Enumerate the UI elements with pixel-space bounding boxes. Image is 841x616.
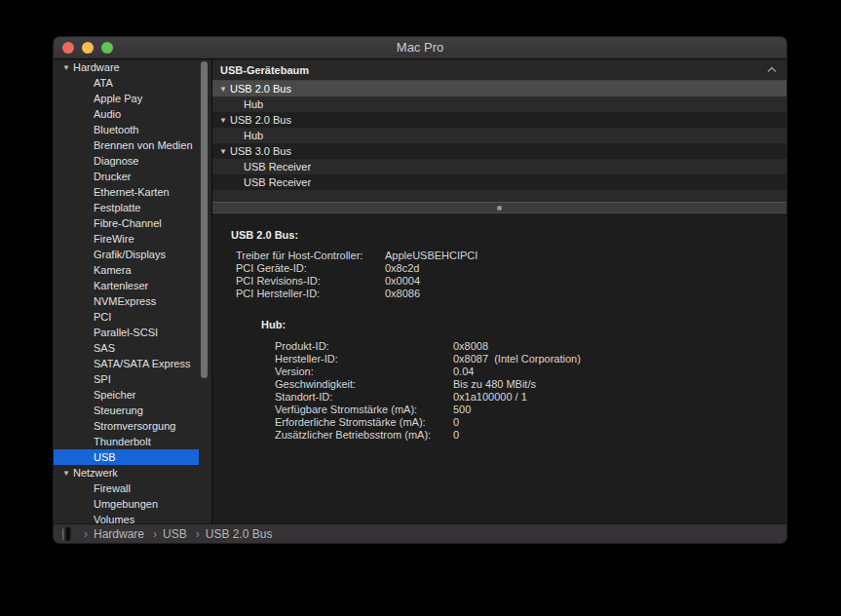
details-row: PCI Geräte-ID:0x8c2d	[212, 262, 786, 275]
usb-device-tree: ▼USB 2.0 BusHub▼USB 2.0 BusHub▼USB 3.0 B…	[212, 81, 786, 190]
tree-filler-stripe	[212, 190, 786, 202]
tree-row-usb-2-0-bus-2[interactable]: ▼USB 2.0 Bus	[212, 112, 786, 128]
details-label: Hersteller-ID:	[275, 353, 453, 366]
sidebar-item-stromversorgung[interactable]: Stromversorgung	[54, 418, 199, 434]
breadcrumb-item-hardware: ›Hardware	[84, 527, 144, 541]
sidebar-item-usb[interactable]: USB	[54, 449, 199, 465]
details-rows: Produkt-ID:0x8008Hersteller-ID:0x8087 (I…	[212, 340, 786, 442]
system-information-window: Mac Pro ▼HardwareATAApple PayAudioBlueto…	[54, 37, 786, 543]
disclosure-triangle-icon: ▼	[62, 466, 73, 481]
details-label: Zusätzlicher Betriebsstrom (mA):	[275, 429, 453, 442]
details-label: Verfügbare Stromstärke (mA):	[275, 404, 453, 416]
details-value: 0	[453, 429, 459, 441]
sidebar-item-apple-pay[interactable]: Apple Pay	[54, 91, 199, 106]
details-row: Erforderliche Stromstärke (mA):0	[212, 416, 786, 429]
tree-row-usb-receiver-6[interactable]: USB Receiver	[212, 174, 786, 190]
collapse-chevron-icon[interactable]	[767, 66, 777, 73]
sidebar-item-spi[interactable]: SPI	[54, 371, 199, 387]
sidebar-item-brennen-von-medien[interactable]: Brennen von Medien	[54, 137, 199, 153]
details-value: 500	[453, 404, 471, 415]
details-section-title: Hub:	[261, 319, 786, 330]
details-row: Zusätzlicher Betriebsstrom (mA):0	[212, 429, 786, 442]
sidebar-item-festplatte[interactable]: Festplatte	[54, 200, 199, 215]
sidebar-item-bluetooth[interactable]: Bluetooth	[54, 122, 199, 137]
details-value: 0x8087 (Intel Corporation)	[453, 353, 581, 365]
disclosure-triangle-icon: ▼	[219, 144, 230, 160]
details-row: Hersteller-ID:0x8087 (Intel Corporation)	[212, 353, 786, 366]
details-value: 0x8086	[385, 288, 420, 299]
pane-splitter[interactable]	[212, 202, 786, 213]
sidebar-scrollbar-thumb[interactable]	[201, 61, 208, 378]
sidebar-item-volumes[interactable]: Volumes	[54, 512, 199, 523]
details-value: Bis zu 480 MBit/s	[453, 378, 536, 390]
sidebar-item-drucker[interactable]: Drucker	[54, 169, 199, 184]
close-button[interactable]	[62, 42, 74, 54]
splitter-handle-dot	[497, 206, 502, 211]
tree-row-label: USB Receiver	[244, 176, 311, 188]
details-label: Produkt-ID:	[275, 340, 453, 353]
breadcrumb-separator: ›	[196, 527, 200, 541]
main-pane: USB-Gerätebaum ▼USB 2.0 BusHub▼USB 2.0 B…	[211, 59, 786, 523]
details-label: PCI Revisions-ID:	[236, 275, 385, 288]
sidebar-item-firewire[interactable]: FireWire	[54, 231, 199, 247]
sidebar-section-hardware[interactable]: ▼Hardware	[54, 59, 199, 75]
sidebar-scrollbar[interactable]	[199, 59, 211, 523]
sidebar-item-pci[interactable]: PCI	[54, 309, 199, 325]
sidebar-list: ▼HardwareATAApple PayAudioBluetoothBrenn…	[54, 59, 199, 523]
sidebar-section-netzwerk[interactable]: ▼Netzwerk	[54, 465, 199, 481]
details-label: Version:	[275, 366, 453, 378]
sidebar-item-diagnose[interactable]: Diagnose	[54, 153, 199, 169]
sidebar-item-steuerung[interactable]: Steuerung	[54, 403, 199, 418]
breadcrumb: ›Hardware›USB›USB 2.0 Bus	[84, 527, 281, 541]
details-value: AppleUSBEHCIPCI	[385, 250, 478, 261]
details-label: PCI Hersteller-ID:	[236, 288, 385, 300]
window-title: Mac Pro	[54, 37, 786, 58]
disclosure-triangle-icon: ▼	[219, 82, 230, 97]
tree-row-usb-2-0-bus-0[interactable]: ▼USB 2.0 Bus	[212, 81, 786, 96]
sidebar-item-umgebungen[interactable]: Umgebungen	[54, 496, 199, 512]
tree-row-usb-receiver-5[interactable]: USB Receiver	[212, 159, 786, 174]
sidebar-section-label: Netzwerk	[73, 467, 118, 479]
sidebar-item-ata[interactable]: ATA	[54, 75, 199, 91]
disclosure-triangle-icon: ▼	[219, 113, 230, 129]
details-label: Erforderliche Stromstärke (mA):	[275, 416, 453, 429]
details-value: 0x8008	[453, 340, 488, 352]
sidebar: ▼HardwareATAApple PayAudioBluetoothBrenn…	[54, 59, 211, 523]
tree-row-usb-3-0-bus-4[interactable]: ▼USB 3.0 Bus	[212, 143, 786, 159]
tree-section-header[interactable]: USB-Gerätebaum	[212, 59, 786, 81]
details-row: Treiber für Host-Controller:AppleUSBEHCI…	[212, 250, 786, 262]
titlebar[interactable]: Mac Pro	[54, 37, 786, 59]
sidebar-item-sata-sata-express[interactable]: SATA/SATA Express	[54, 356, 199, 371]
details-label: PCI Geräte-ID:	[236, 262, 385, 275]
window-content: ▼HardwareATAApple PayAudioBluetoothBrenn…	[54, 59, 786, 523]
details-label: Geschwindigkeit:	[275, 378, 453, 391]
sidebar-item-grafik-displays[interactable]: Grafik/Displays	[54, 247, 199, 262]
sidebar-item-sas[interactable]: SAS	[54, 340, 199, 356]
details-row: PCI Revisions-ID:0x0004	[212, 275, 786, 288]
tree-row-hub-1[interactable]: Hub	[212, 96, 786, 112]
zoom-button[interactable]	[101, 42, 113, 54]
tree-row-hub-3[interactable]: Hub	[212, 128, 786, 143]
breadcrumb-item-usb-2-0-bus: ›USB 2.0 Bus	[196, 527, 273, 541]
sidebar-item-audio[interactable]: Audio	[54, 106, 199, 122]
details-value: 0x1a100000 / 1	[453, 391, 527, 403]
sidebar-item-parallel-scsi[interactable]: Parallel-SCSI	[54, 325, 199, 340]
sidebar-item-firewall[interactable]: Firewall	[54, 481, 199, 496]
minimize-button[interactable]	[82, 42, 94, 54]
details-value: 0.04	[453, 366, 474, 377]
sidebar-item-ethernet-karten[interactable]: Ethernet-Karten	[54, 184, 199, 200]
sidebar-item-kamera[interactable]: Kamera	[54, 262, 199, 278]
breadcrumb-label: Hardware	[94, 527, 144, 541]
sidebar-item-speicher[interactable]: Speicher	[54, 387, 199, 403]
sidebar-item-fibre-channel[interactable]: Fibre-Channel	[54, 215, 199, 231]
breadcrumb-item-usb: ›USB	[153, 527, 187, 541]
details-value: 0x0004	[385, 275, 420, 287]
sidebar-item-kartenleser[interactable]: Kartenleser	[54, 278, 199, 293]
details-row: Verfügbare Stromstärke (mA):500	[212, 404, 786, 416]
tree-row-label: Hub	[244, 98, 263, 110]
details-section-hub: Hub:Produkt-ID:0x8008Hersteller-ID:0x808…	[212, 319, 786, 442]
sidebar-item-thunderbolt[interactable]: Thunderbolt	[54, 434, 199, 449]
details-row: Standort-ID:0x1a100000 / 1	[212, 391, 786, 404]
sidebar-item-nvmexpress[interactable]: NVMExpress	[54, 293, 199, 309]
details-section-usb-2-0-bus: USB 2.0 Bus:Treiber für Host-Controller:…	[212, 229, 786, 300]
